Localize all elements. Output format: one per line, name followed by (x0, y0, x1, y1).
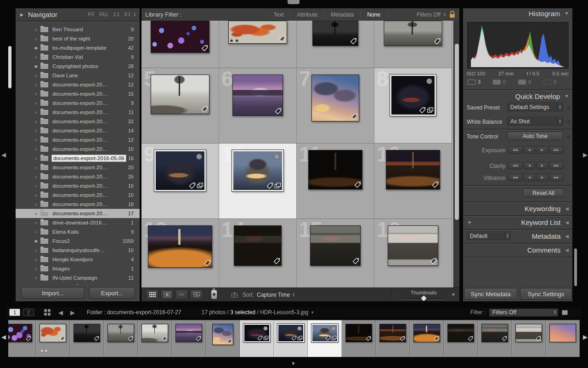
filmstrip-cell[interactable] (70, 320, 104, 357)
photo-thumbnail[interactable] (232, 150, 283, 191)
folder-row[interactable]: ▶Hengki Koentjoro4 (16, 255, 140, 264)
photo-thumbnail[interactable] (390, 75, 436, 116)
copy-status-icon[interactable] (331, 335, 337, 341)
photo-thumbnail[interactable] (308, 150, 362, 190)
filmstrip-thumbnail[interactable] (74, 324, 100, 342)
clarity-increase-large-button[interactable]: ▶▶ (549, 162, 564, 169)
filter-preset-value[interactable]: Filters Off (417, 12, 441, 18)
import-button[interactable]: Import... (21, 287, 85, 299)
exposure-decrease-button[interactable]: ◀ (524, 146, 535, 154)
photo-thumbnail[interactable] (151, 75, 209, 114)
keyword-tag-icon[interactable] (400, 336, 405, 341)
keyword-tag-icon[interactable] (275, 108, 282, 115)
vibrance-decrease-button[interactable]: ◀ (524, 174, 535, 181)
stepper-icon[interactable]: ▲▼ (552, 309, 558, 316)
folder-row[interactable]: ▶Elena Kalis9 (16, 227, 140, 236)
sort-value[interactable]: Capture Time (257, 292, 290, 298)
folder-row[interactable]: ▶documents-export-20…11 (16, 108, 140, 117)
keyword-tag-icon[interactable] (434, 336, 439, 341)
keyword-tag-icon[interactable] (350, 38, 357, 45)
show-left-panel-arrow-icon[interactable]: ◀ (1, 152, 6, 158)
keyword-tag-icon[interactable] (419, 107, 426, 114)
grid-cell[interactable]: 11 (297, 144, 374, 219)
auto-tone-button[interactable]: Auto Tone (507, 132, 563, 140)
grid-cell[interactable]: 5 (141, 68, 219, 144)
filmstrip-scroll-left-icon[interactable]: ◀ (1, 334, 6, 340)
filmstrip-cell[interactable]: ★★ (36, 320, 70, 357)
grid-view-icon[interactable] (146, 290, 158, 299)
keyword-tag-icon[interactable] (204, 259, 211, 266)
filmstrip-cell[interactable] (206, 320, 240, 357)
photo-thumbnail[interactable] (148, 225, 212, 268)
expand-arrow-icon[interactable]: ▶ (35, 239, 40, 243)
filmstrip-thumbnail[interactable] (107, 324, 134, 342)
vibrance-increase-large-button[interactable]: ▶▶ (549, 174, 564, 181)
expand-arrow-icon[interactable]: ▶ (35, 64, 40, 69)
photo-count-info[interactable]: 17 photos / 3 selected / HDR-Lesson5-3.j… (201, 309, 308, 316)
quick-develop-header[interactable]: Quick Develop ▼ (463, 91, 572, 101)
photo-thumbnail[interactable] (154, 150, 206, 191)
grid-scrollbar-thumb[interactable] (455, 44, 459, 220)
white-balance-dropdown[interactable]: As Shot ▲▼ (507, 117, 563, 126)
star-rating[interactable]: ★★ (40, 349, 48, 353)
filter-toggle-switch[interactable] (562, 310, 568, 315)
keywording-header[interactable]: Keywording ◀ (463, 203, 572, 213)
export-button[interactable]: Export... (89, 287, 135, 299)
keyword-tag-icon[interactable] (273, 258, 280, 264)
keyword-list-header[interactable]: Keyword List ◀ (463, 217, 572, 227)
filmstrip-cell[interactable] (512, 320, 546, 357)
photo-thumbnail[interactable] (388, 225, 438, 266)
badge-circle-icon[interactable] (274, 154, 280, 160)
grid-cell[interactable]: 6 (219, 68, 297, 144)
tone-control-section-arrow-icon[interactable]: ◀ (566, 134, 570, 139)
histogram-collapse-icon[interactable]: ▼ (565, 11, 569, 16)
filmstrip-thumbnail[interactable] (345, 324, 372, 342)
keyword-tag-icon[interactable] (227, 339, 232, 344)
folder-row[interactable]: ▶Ben Thouard9 (16, 25, 140, 34)
filmstrip-thumbnail[interactable] (40, 324, 66, 342)
folder-row[interactable]: ▶bs-multipager-template42 (16, 43, 140, 52)
grid-cell[interactable]: 13 (141, 219, 219, 288)
sync-settings-button[interactable]: Sync Settings (520, 288, 572, 300)
folder-row[interactable]: ▶documents-export-20…17 (16, 209, 140, 218)
keywording-expand-icon[interactable]: ◀ (565, 206, 569, 211)
navigator-header[interactable]: ▶ Navigator FITFILL1:13:1 ▲▼ (16, 8, 140, 21)
badge-circle-icon[interactable] (196, 154, 202, 160)
keyword-tag-icon[interactable] (430, 258, 437, 264)
keyword-tag-icon[interactable] (189, 182, 196, 189)
keyword-tag-icon[interactable] (291, 335, 297, 341)
grid-cell[interactable]: 15 (297, 219, 374, 288)
badge-circle-icon[interactable] (297, 326, 302, 331)
keyword-tag-icon[interactable] (279, 35, 286, 42)
filter-preset-stepper-icon[interactable]: ▲▼ (443, 12, 446, 17)
grid-cell[interactable]: 9 (141, 144, 219, 219)
star-rating[interactable]: ★★ (229, 38, 240, 44)
folder-row[interactable]: ▶documents-export-20…18 (16, 200, 140, 209)
folder-row[interactable]: ▶documents-export-20…16 (16, 181, 140, 190)
photo-thumbnail[interactable] (311, 75, 359, 121)
filmstrip-cell[interactable] (240, 320, 274, 357)
folder-row[interactable]: ▶fwdaninquiryaboutfe…10 (16, 246, 140, 255)
badge-circle-icon[interactable] (263, 326, 268, 331)
photo-thumbnail[interactable] (151, 21, 209, 53)
folder-row[interactable]: ▶documents-export-20…32 (16, 117, 140, 126)
toolbar-options-arrow-icon[interactable]: ▼ (451, 292, 456, 297)
filmstrip-thumbnail[interactable] (379, 324, 406, 342)
compare-view-icon[interactable]: XY (175, 290, 188, 299)
filter-mode-none[interactable]: None (360, 12, 387, 18)
navigator-zoom-3-1[interactable]: 3:1 (124, 12, 130, 17)
grid-cell[interactable]: 16 (374, 219, 452, 288)
comments-expand-icon[interactable]: ◀ (565, 247, 569, 253)
keyword-tag-icon[interactable] (162, 336, 167, 341)
grid-cell[interactable]: 7 (297, 68, 374, 144)
filmstrip-thumbnail[interactable] (481, 324, 508, 342)
hide-filmstrip-arrow-icon[interactable]: ▼ (291, 361, 296, 367)
saved-preset-dropdown[interactable]: Default Settings ▲▼ (507, 103, 563, 111)
saved-preset-section-arrow-icon[interactable]: ◀ (566, 105, 570, 110)
filmstrip-cell[interactable] (342, 320, 376, 357)
navigator-zoom-1-1[interactable]: 1:1 (113, 12, 119, 17)
thumbnail-size-slider-knob[interactable] (421, 295, 427, 301)
stepper-icon[interactable]: ▲▼ (557, 103, 563, 111)
keyword-tag-icon[interactable] (266, 182, 273, 189)
filmstrip-thumbnail[interactable] (447, 324, 474, 342)
